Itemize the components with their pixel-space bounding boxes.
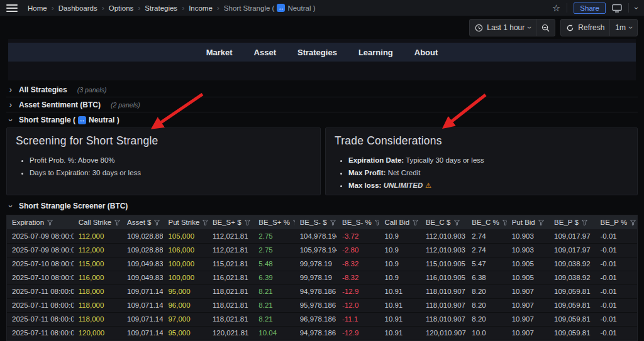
zoom-out-button[interactable] [536, 19, 555, 36]
filter-icon[interactable] [413, 220, 418, 225]
table-cell: 109,059.81 [549, 284, 595, 298]
breadcrumb-item-income[interactable]: Income [189, 4, 213, 12]
bullet-label: Expiration Date: [348, 156, 404, 164]
table-cell: 5.48 [253, 257, 294, 271]
column-header-expiration[interactable]: Expiration [7, 215, 74, 229]
filter-icon[interactable] [154, 220, 160, 225]
table-row[interactable]: 2025-07-11 08:00:00118,000109,071.1496,0… [7, 298, 637, 312]
bullet-item: Expiration Date: Typically 30 days or le… [348, 154, 628, 166]
column-header-call-strike[interactable]: Call Strike [74, 215, 122, 229]
column-header-put-strike[interactable]: Put Strike [163, 215, 207, 229]
column-header-asset-$[interactable]: Asset $ [122, 215, 163, 229]
time-range-picker[interactable]: Last 1 hour › [470, 19, 536, 36]
bullet-emphasis: UNLIMITED [384, 181, 423, 189]
filter-icon[interactable] [630, 220, 636, 225]
bullet-item: Days to Expiration: 30 days or less [30, 166, 311, 179]
filter-icon[interactable] [203, 220, 208, 225]
table-cell: -3.72 [337, 229, 379, 243]
column-header-content: Put Bid [512, 219, 547, 226]
column-header-content: Call Bid [384, 219, 418, 226]
column-header-be_s--%[interactable]: BE_S- % [337, 215, 379, 229]
table-cell: 105,978.194 [295, 243, 337, 257]
breadcrumb-item-home[interactable]: Home [28, 4, 47, 12]
column-header-be_s+-%[interactable]: BE_S+ % [253, 215, 294, 229]
table-row[interactable]: 2025-07-11 08:00:00120,000109,071.1495,0… [7, 326, 637, 340]
table-row[interactable]: 2025-07-09 08:00:00112,000109,028.88106,… [7, 243, 637, 257]
column-header-be_s+-$[interactable]: BE_S+ $ [208, 215, 253, 229]
row-all-strategies[interactable]: › All Strategies (3 panels) [6, 82, 638, 97]
nav-link-market[interactable]: Market [206, 48, 233, 57]
row-asset-sentiment[interactable]: › Asset Sentiment (BTC) (2 panels) [6, 97, 638, 112]
filter-icon[interactable] [245, 220, 250, 225]
column-header-be_p-$[interactable]: BE_P $ [549, 215, 595, 229]
table-cell: 2.74 [467, 243, 506, 257]
table-row[interactable]: 2025-07-09 08:00:00112,000109,028.88105,… [7, 229, 637, 243]
grafana-dashboard: Home›Dashboards›Options›Strategies›Incom… [0, 0, 644, 341]
filter-icon[interactable] [582, 220, 587, 225]
nav-link-asset[interactable]: Asset [254, 48, 276, 57]
column-label: BE_C % [472, 219, 499, 226]
column-header-content: BE_S- $ [300, 219, 335, 226]
top-bar: Home›Dashboards›Options›Strategies›Incom… [0, 0, 644, 16]
table-cell: 112,000 [74, 229, 122, 243]
table-cell: 118,000 [74, 284, 122, 298]
kiosk-monitor-icon[interactable] [612, 4, 622, 13]
filter-icon[interactable] [47, 220, 53, 225]
table-row[interactable]: 2025-07-11 08:00:00118,000109,071.1495,0… [7, 284, 637, 298]
filter-icon[interactable] [538, 220, 544, 225]
table-cell: 118,000 [74, 298, 122, 312]
share-button[interactable]: Share [574, 3, 606, 14]
menu-icon[interactable] [6, 4, 18, 12]
column-header-content: Asset $ [127, 219, 160, 226]
bullet-text: Net Credit [388, 169, 421, 176]
breadcrumb-current: Short Strangle (↔Neutral ) [224, 4, 316, 12]
table-cell: 10.91 [379, 312, 420, 326]
table-row[interactable]: 2025-07-10 08:00:00115,000109,049.83100,… [7, 257, 637, 271]
filter-icon[interactable] [502, 220, 507, 225]
column-header-be_p-%[interactable]: BE_P % [596, 215, 637, 229]
time-picker-group: Last 1 hour › [469, 19, 555, 36]
breadcrumb-current-text: Short Strangle ( [224, 4, 275, 12]
column-header-content: Expiration [12, 219, 71, 226]
table-cell: 118,021.81 [208, 312, 253, 326]
table-cell: 2.75 [253, 229, 294, 243]
chevron-down-icon[interactable]: › [635, 4, 638, 12]
nav-link-strategies[interactable]: Strategies [297, 48, 337, 57]
refresh-interval-select[interactable]: 1m › [609, 19, 637, 36]
nav-link-about[interactable]: About [414, 48, 438, 57]
table-cell: 112,000 [74, 243, 122, 257]
column-header-be_s--$[interactable]: BE_S- $ [295, 215, 337, 229]
column-header-be_c-$[interactable]: BE_C $ [421, 215, 467, 229]
breadcrumb: Home›Dashboards›Options›Strategies›Incom… [28, 4, 316, 13]
filter-icon[interactable] [293, 220, 295, 225]
table-cell: -0.01 [596, 312, 637, 326]
bullet-text: Days to Expiration: 30 days or less [30, 169, 141, 176]
breadcrumb-item-dashboards[interactable]: Dashboards [58, 4, 97, 12]
breadcrumb-item-options[interactable]: Options [109, 4, 134, 12]
table-row[interactable]: 2025-07-10 08:00:00116,000109,049.83100,… [7, 271, 637, 284]
filter-icon[interactable] [114, 220, 120, 225]
row-screener[interactable]: › Short Strangle Screener (BTC) [6, 198, 638, 214]
column-header-put-bid[interactable]: Put Bid [507, 215, 549, 229]
filter-icon[interactable] [375, 220, 380, 225]
table-cell: -0.01 [596, 298, 637, 312]
table-cell: 109,071.14 [122, 326, 163, 340]
column-header-call-bid[interactable]: Call Bid [379, 215, 420, 229]
dashboard-toolbar: Last 1 hour › Refresh 1m › [0, 16, 644, 39]
filter-icon[interactable] [454, 220, 460, 225]
refresh-label: Refresh [578, 23, 604, 32]
table-cell: 8.21 [253, 298, 294, 312]
filter-icon[interactable] [330, 220, 336, 225]
nav-link-learning[interactable]: Learning [358, 48, 393, 57]
table-cell: 115,000 [74, 257, 122, 271]
refresh-button[interactable]: Refresh [561, 19, 609, 36]
breadcrumb-item-strategies[interactable]: Strategies [145, 4, 177, 12]
table-row[interactable]: 2025-07-11 08:00:00118,000109,071.1497,0… [7, 312, 637, 326]
table-cell: 8.21 [253, 312, 294, 326]
table-cell: 104,978.194 [295, 229, 337, 243]
table-cell: 109,071.14 [122, 298, 163, 312]
column-header-be_c-%[interactable]: BE_C % [467, 215, 506, 229]
row-short-strangle[interactable]: › Short Strangle ( ↔ Neutral ) [6, 112, 638, 127]
table-cell: 10.91 [379, 326, 420, 340]
star-icon[interactable]: ☆ [552, 3, 560, 13]
